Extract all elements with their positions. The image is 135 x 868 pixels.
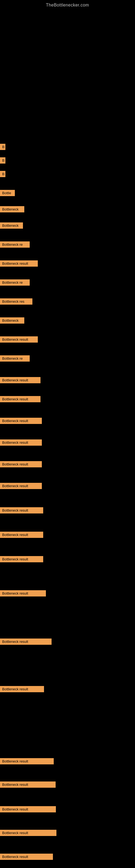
bottleneck-result-item[interactable]: Bottleneck result <box>0 396 41 402</box>
bottleneck-result-item[interactable]: Bottleneck result <box>0 830 56 836</box>
bottleneck-result-item[interactable]: B <box>0 157 5 163</box>
bottleneck-result-item[interactable]: Bottleneck <box>0 222 23 229</box>
bottleneck-result-item[interactable]: Bottleneck result <box>0 686 44 692</box>
bottleneck-result-item[interactable]: Bottleneck result <box>0 336 38 343</box>
bottleneck-result-item[interactable]: Bottleneck result <box>0 806 56 812</box>
bottleneck-result-item[interactable]: Bottleneck result <box>0 483 42 489</box>
bottleneck-result-item[interactable]: Bottle <box>0 190 15 196</box>
bottleneck-result-item[interactable]: Bottleneck result <box>0 260 38 267</box>
bottleneck-result-item[interactable]: Bottleneck result <box>0 461 42 467</box>
bottleneck-result-item[interactable]: B <box>0 171 5 177</box>
bottleneck-result-item[interactable]: Bottleneck <box>0 317 24 323</box>
site-title: TheBottlenecker.com <box>0 0 135 8</box>
bottleneck-result-item[interactable]: Bottleneck result <box>0 439 42 446</box>
bottleneck-result-item[interactable]: Bottleneck res <box>0 299 32 305</box>
bottleneck-result-item[interactable]: Bottleneck result <box>0 758 54 764</box>
bottleneck-result-item[interactable]: Bottleneck result <box>0 418 42 424</box>
bottleneck-result-item[interactable]: Bottleneck result <box>0 854 53 860</box>
bottleneck-result-item[interactable]: Bottleneck result <box>0 532 43 538</box>
bottleneck-result-item[interactable]: Bottleneck re <box>0 241 30 248</box>
bottleneck-result-item[interactable]: Bottleneck re <box>0 279 30 286</box>
bottleneck-result-item[interactable]: Bottleneck <box>0 206 24 212</box>
bottleneck-result-item[interactable]: Bottleneck result <box>0 556 43 562</box>
bottleneck-result-item[interactable]: Bottleneck result <box>0 377 41 383</box>
bottleneck-result-item[interactable]: Bottleneck result <box>0 781 56 788</box>
bottleneck-result-item[interactable]: Bottleneck re <box>0 355 30 362</box>
bottleneck-result-item[interactable]: Bottleneck result <box>0 639 52 645</box>
bottleneck-result-item[interactable]: Bottleneck result <box>0 590 46 596</box>
bottleneck-result-item[interactable]: Bottleneck result <box>0 507 43 514</box>
bottleneck-result-item[interactable]: B <box>0 144 5 150</box>
